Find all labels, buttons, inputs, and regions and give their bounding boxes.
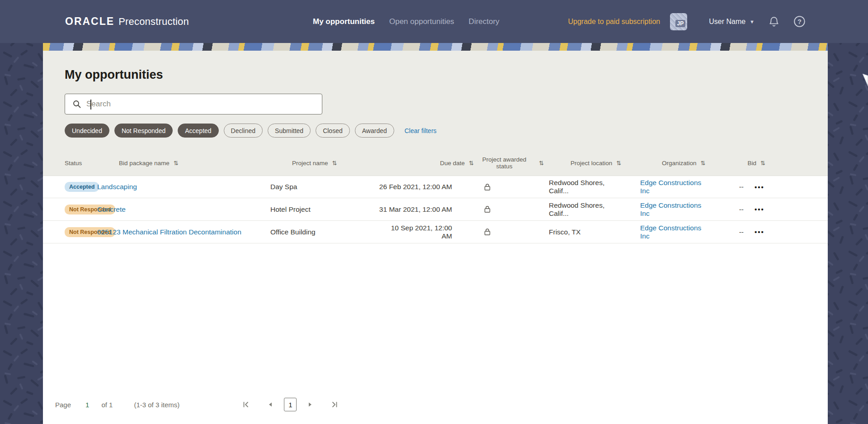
user-avatar[interactable]: JP [670, 13, 687, 30]
last-page-icon [331, 401, 338, 408]
text-cursor [90, 100, 91, 110]
page-label: Page [55, 401, 71, 409]
organization-link[interactable]: Edge Constructions Inc [640, 201, 703, 218]
mouse-cursor [862, 74, 868, 89]
lock-icon [484, 205, 491, 213]
notifications-button[interactable] [768, 16, 780, 28]
bell-icon [768, 16, 780, 28]
status-badge: Accepted [65, 182, 99, 192]
bid-package-link[interactable]: 025123 Mechanical Filtration Decontamina… [97, 228, 241, 236]
help-icon: ? [793, 15, 806, 28]
column-status: Status [65, 160, 119, 167]
upgrade-subscription-link[interactable]: Upgrade to paid subscription [568, 18, 660, 26]
help-button[interactable]: ? [793, 15, 806, 28]
row-actions-menu[interactable]: ••• [755, 228, 764, 236]
first-page-icon [242, 401, 250, 408]
column-project-location[interactable]: Project location⇅ [544, 160, 634, 167]
sort-icon[interactable]: ⇅ [760, 160, 765, 167]
bid-cell: -- [703, 183, 744, 191]
filter-pill-submitted[interactable]: Submitted [268, 124, 311, 138]
current-page-number: 1 [85, 401, 89, 409]
primary-nav: My opportunities Open opportunities Dire… [313, 0, 500, 43]
search-input[interactable] [81, 94, 322, 114]
user-name-label: User Name [709, 18, 745, 26]
previous-page-icon [268, 402, 273, 407]
content-card: My opportunities Undecided Not Responded… [43, 43, 828, 424]
page-header-section: My opportunities Undecided Not Responded… [43, 51, 828, 176]
sort-icon[interactable]: ⇅ [174, 160, 179, 167]
page-count-label: of 1 [101, 401, 113, 409]
bid-cell: -- [703, 205, 744, 214]
column-bid[interactable]: Bid⇅ [725, 160, 765, 167]
page-number-button[interactable]: 1 [284, 398, 297, 411]
first-page-button[interactable] [241, 399, 251, 410]
product-name: Preconstruction [118, 16, 189, 28]
nav-directory[interactable]: Directory [469, 17, 500, 26]
table-row[interactable]: Accepted Landscaping Day Spa 26 Feb 2021… [43, 176, 828, 198]
last-page-button[interactable] [329, 399, 340, 410]
search-icon [72, 100, 81, 109]
column-due-date[interactable]: Due date⇅ [401, 160, 474, 167]
next-page-icon [307, 402, 313, 407]
svg-text:?: ? [797, 18, 802, 25]
next-page-button[interactable] [305, 399, 316, 410]
items-summary: (1-3 of 3 items) [134, 401, 179, 409]
project-name-cell: Office Building [270, 228, 379, 236]
pagination-bar: Page 1 of 1 (1-3 of 3 items) 1 [43, 395, 828, 414]
bid-cell: -- [703, 228, 744, 236]
avatar-initials: JP [675, 20, 686, 27]
due-date-cell: 26 Feb 2021, 12:00 AM [379, 183, 452, 191]
filter-pill-closed[interactable]: Closed [316, 124, 350, 138]
previous-page-button[interactable] [265, 399, 276, 410]
chevron-down-icon: ▼ [750, 19, 755, 24]
filter-pill-undecided[interactable]: Undecided [65, 124, 109, 138]
oracle-wordmark: ORACLE [65, 15, 114, 28]
sort-icon[interactable]: ⇅ [469, 160, 474, 167]
sort-icon[interactable]: ⇅ [616, 160, 621, 167]
app-logo[interactable]: ORACLE Preconstruction [65, 0, 189, 43]
filter-pill-awarded[interactable]: Awarded [355, 124, 394, 138]
filter-pill-declined[interactable]: Declined [224, 124, 263, 138]
appbar-right: Upgrade to paid subscription JP User Nam… [568, 0, 868, 43]
location-cell: Frisco, TX [522, 228, 613, 236]
lock-icon [484, 228, 491, 236]
table-header: Status Bid package name⇅ Project name⇅ D… [65, 138, 828, 176]
sort-icon[interactable]: ⇅ [701, 160, 706, 167]
table-body: Accepted Landscaping Day Spa 26 Feb 2021… [43, 176, 828, 424]
bid-package-link[interactable]: Concrete [97, 205, 126, 214]
row-actions-menu[interactable]: ••• [755, 205, 764, 213]
app-header: ORACLE Preconstruction My opportunities … [0, 0, 868, 43]
due-date-cell: 31 Mar 2021, 12:00 AM [379, 205, 452, 214]
organization-link[interactable]: Edge Constructions Inc [640, 179, 703, 195]
nav-open-opportunities[interactable]: Open opportunities [389, 17, 454, 26]
decorative-banner [43, 43, 828, 51]
user-menu[interactable]: User Name ▼ [709, 18, 755, 26]
location-cell: Redwood Shores, Calif... [522, 179, 613, 195]
search-box [65, 94, 322, 114]
table-row[interactable]: Not Responded Concrete Hotel Project 31 … [43, 198, 828, 221]
sort-icon[interactable]: ⇅ [332, 160, 337, 167]
location-cell: Redwood Shores, Calif... [522, 201, 613, 218]
column-bid-package-name[interactable]: Bid package name⇅ [119, 160, 292, 167]
project-name-cell: Day Spa [270, 183, 379, 191]
project-name-cell: Hotel Project [270, 205, 379, 214]
lock-icon [484, 183, 491, 191]
filter-pill-not-responded[interactable]: Not Responded [114, 124, 173, 138]
filter-pill-accepted[interactable]: Accepted [178, 124, 218, 138]
bid-package-link[interactable]: Landscaping [97, 183, 137, 191]
column-project-awarded-status[interactable]: Project awarded status⇅ [474, 156, 544, 170]
sort-icon[interactable]: ⇅ [539, 160, 544, 167]
clear-filters-link[interactable]: Clear filters [405, 127, 437, 134]
column-organization[interactable]: Organization⇅ [634, 160, 725, 167]
table-row[interactable]: Not Responded 025123 Mechanical Filtrati… [43, 221, 828, 243]
filter-pill-row: Undecided Not Responded Accepted Decline… [65, 124, 828, 138]
column-project-name[interactable]: Project name⇅ [292, 160, 401, 167]
nav-my-opportunities[interactable]: My opportunities [313, 17, 375, 26]
row-actions-menu[interactable]: ••• [755, 183, 764, 191]
page-title: My opportunities [65, 68, 828, 82]
organization-link[interactable]: Edge Constructions Inc [640, 224, 703, 240]
due-date-cell: 10 Sep 2021, 12:00 AM [379, 224, 452, 240]
